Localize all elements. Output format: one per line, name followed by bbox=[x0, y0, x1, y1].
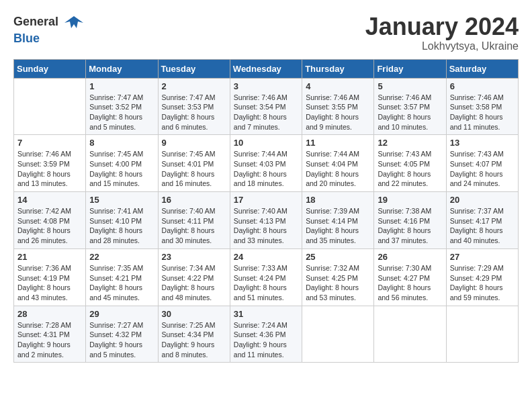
day-detail: Sunrise: 7:40 AMSunset: 4:11 PMDaylight:… bbox=[162, 206, 226, 246]
logo-blue-line: Blue bbox=[13, 32, 83, 46]
day-detail: Sunrise: 7:25 AMSunset: 4:34 PMDaylight:… bbox=[162, 320, 226, 360]
calendar-week-row: 1Sunrise: 7:47 AMSunset: 3:52 PMDaylight… bbox=[14, 78, 519, 135]
calendar-week-row: 28Sunrise: 7:28 AMSunset: 4:31 PMDayligh… bbox=[14, 306, 519, 363]
page-header: General Blue January 2024 Lokhvytsya, Uk… bbox=[13, 13, 519, 52]
day-number: 15 bbox=[89, 195, 154, 205]
day-detail: Sunrise: 7:45 AMSunset: 4:01 PMDaylight:… bbox=[162, 149, 226, 189]
weekday-header-sunday: Sunday bbox=[14, 59, 86, 78]
calendar-cell: 27Sunrise: 7:29 AMSunset: 4:29 PMDayligh… bbox=[446, 248, 518, 306]
day-number: 8 bbox=[89, 138, 154, 148]
weekday-header-monday: Monday bbox=[86, 59, 158, 78]
calendar-cell: 26Sunrise: 7:30 AMSunset: 4:27 PMDayligh… bbox=[374, 248, 446, 306]
day-detail: Sunrise: 7:46 AMSunset: 3:55 PMDaylight:… bbox=[306, 93, 370, 132]
day-number: 12 bbox=[378, 138, 442, 148]
day-number: 30 bbox=[162, 309, 226, 319]
calendar-table: SundayMondayTuesdayWednesdayThursdayFrid… bbox=[13, 59, 519, 363]
calendar-cell: 22Sunrise: 7:35 AMSunset: 4:21 PMDayligh… bbox=[86, 248, 158, 306]
day-detail: Sunrise: 7:27 AMSunset: 4:32 PMDaylight:… bbox=[89, 320, 154, 360]
calendar-cell: 20Sunrise: 7:37 AMSunset: 4:17 PMDayligh… bbox=[446, 192, 518, 249]
day-number: 17 bbox=[234, 195, 298, 205]
day-detail: Sunrise: 7:29 AMSunset: 4:29 PMDaylight:… bbox=[450, 263, 515, 303]
day-detail: Sunrise: 7:30 AMSunset: 4:27 PMDaylight:… bbox=[378, 263, 442, 303]
day-detail: Sunrise: 7:37 AMSunset: 4:17 PMDaylight:… bbox=[450, 206, 515, 246]
day-detail: Sunrise: 7:46 AMSunset: 3:59 PMDaylight:… bbox=[17, 149, 82, 189]
day-number: 3 bbox=[234, 81, 298, 91]
day-detail: Sunrise: 7:28 AMSunset: 4:31 PMDaylight:… bbox=[17, 320, 82, 360]
calendar-week-row: 7Sunrise: 7:46 AMSunset: 3:59 PMDaylight… bbox=[14, 135, 519, 192]
day-number: 9 bbox=[162, 138, 226, 148]
logo: General Blue bbox=[13, 13, 83, 46]
calendar-cell: 29Sunrise: 7:27 AMSunset: 4:32 PMDayligh… bbox=[86, 306, 158, 363]
logo-general: General bbox=[13, 15, 58, 28]
day-detail: Sunrise: 7:34 AMSunset: 4:22 PMDaylight:… bbox=[162, 263, 226, 303]
calendar-cell: 11Sunrise: 7:44 AMSunset: 4:04 PMDayligh… bbox=[302, 135, 374, 192]
calendar-cell: 15Sunrise: 7:41 AMSunset: 4:10 PMDayligh… bbox=[86, 192, 158, 249]
calendar-week-row: 21Sunrise: 7:36 AMSunset: 4:19 PMDayligh… bbox=[14, 248, 519, 306]
calendar-cell: 24Sunrise: 7:33 AMSunset: 4:24 PMDayligh… bbox=[230, 248, 302, 306]
calendar-cell: 10Sunrise: 7:44 AMSunset: 4:03 PMDayligh… bbox=[230, 135, 302, 192]
day-detail: Sunrise: 7:32 AMSunset: 4:25 PMDaylight:… bbox=[306, 263, 370, 303]
day-number: 21 bbox=[17, 252, 82, 262]
calendar-cell: 1Sunrise: 7:47 AMSunset: 3:52 PMDaylight… bbox=[86, 78, 158, 135]
day-number: 10 bbox=[234, 138, 298, 148]
day-detail: Sunrise: 7:40 AMSunset: 4:13 PMDaylight:… bbox=[234, 206, 298, 246]
day-detail: Sunrise: 7:46 AMSunset: 3:54 PMDaylight:… bbox=[234, 93, 298, 132]
day-detail: Sunrise: 7:35 AMSunset: 4:21 PMDaylight:… bbox=[89, 263, 154, 303]
day-detail: Sunrise: 7:36 AMSunset: 4:19 PMDaylight:… bbox=[17, 263, 82, 303]
calendar-cell: 3Sunrise: 7:46 AMSunset: 3:54 PMDaylight… bbox=[230, 78, 302, 135]
day-number: 19 bbox=[378, 195, 442, 205]
calendar-cell: 14Sunrise: 7:42 AMSunset: 4:08 PMDayligh… bbox=[14, 192, 86, 249]
calendar-cell: 2Sunrise: 7:47 AMSunset: 3:53 PMDaylight… bbox=[158, 78, 230, 135]
weekday-header-wednesday: Wednesday bbox=[230, 59, 302, 78]
weekday-header-tuesday: Tuesday bbox=[158, 59, 230, 78]
day-number: 24 bbox=[234, 252, 298, 262]
calendar-cell: 8Sunrise: 7:45 AMSunset: 4:00 PMDaylight… bbox=[86, 135, 158, 192]
day-detail: Sunrise: 7:45 AMSunset: 4:00 PMDaylight:… bbox=[89, 149, 154, 189]
logo-blue: Blue bbox=[13, 32, 40, 45]
weekday-header-row: SundayMondayTuesdayWednesdayThursdayFrid… bbox=[14, 59, 519, 78]
calendar-cell bbox=[302, 306, 374, 363]
calendar-cell: 6Sunrise: 7:46 AMSunset: 3:58 PMDaylight… bbox=[446, 78, 518, 135]
title-block: January 2024 Lokhvytsya, Ukraine bbox=[365, 13, 519, 52]
day-number: 22 bbox=[89, 252, 154, 262]
day-detail: Sunrise: 7:47 AMSunset: 3:53 PMDaylight:… bbox=[162, 93, 226, 132]
day-detail: Sunrise: 7:44 AMSunset: 4:04 PMDaylight:… bbox=[306, 149, 370, 189]
day-detail: Sunrise: 7:43 AMSunset: 4:05 PMDaylight:… bbox=[378, 149, 442, 189]
day-detail: Sunrise: 7:46 AMSunset: 3:57 PMDaylight:… bbox=[378, 93, 442, 132]
day-detail: Sunrise: 7:46 AMSunset: 3:58 PMDaylight:… bbox=[450, 93, 515, 132]
calendar-cell: 30Sunrise: 7:25 AMSunset: 4:34 PMDayligh… bbox=[158, 306, 230, 363]
calendar-cell: 12Sunrise: 7:43 AMSunset: 4:05 PMDayligh… bbox=[374, 135, 446, 192]
calendar-cell: 5Sunrise: 7:46 AMSunset: 3:57 PMDaylight… bbox=[374, 78, 446, 135]
day-detail: Sunrise: 7:42 AMSunset: 4:08 PMDaylight:… bbox=[17, 206, 82, 246]
calendar-cell: 16Sunrise: 7:40 AMSunset: 4:11 PMDayligh… bbox=[158, 192, 230, 249]
logo-bird-icon bbox=[64, 13, 83, 32]
day-detail: Sunrise: 7:38 AMSunset: 4:16 PMDaylight:… bbox=[378, 206, 442, 246]
day-number: 1 bbox=[89, 81, 154, 91]
day-number: 25 bbox=[306, 252, 370, 262]
calendar-week-row: 14Sunrise: 7:42 AMSunset: 4:08 PMDayligh… bbox=[14, 192, 519, 249]
day-detail: Sunrise: 7:43 AMSunset: 4:07 PMDaylight:… bbox=[450, 149, 515, 189]
day-number: 16 bbox=[162, 195, 226, 205]
calendar-cell: 18Sunrise: 7:39 AMSunset: 4:14 PMDayligh… bbox=[302, 192, 374, 249]
day-number: 4 bbox=[306, 81, 370, 91]
calendar-cell bbox=[446, 306, 518, 363]
day-number: 2 bbox=[162, 81, 226, 91]
day-number: 27 bbox=[450, 252, 515, 262]
day-detail: Sunrise: 7:41 AMSunset: 4:10 PMDaylight:… bbox=[89, 206, 154, 246]
day-number: 29 bbox=[89, 309, 154, 319]
calendar-cell: 25Sunrise: 7:32 AMSunset: 4:25 PMDayligh… bbox=[302, 248, 374, 306]
calendar-cell: 21Sunrise: 7:36 AMSunset: 4:19 PMDayligh… bbox=[14, 248, 86, 306]
day-number: 23 bbox=[162, 252, 226, 262]
day-number: 7 bbox=[17, 138, 82, 148]
calendar-cell: 19Sunrise: 7:38 AMSunset: 4:16 PMDayligh… bbox=[374, 192, 446, 249]
day-number: 20 bbox=[450, 195, 515, 205]
day-number: 6 bbox=[450, 81, 515, 91]
day-number: 31 bbox=[234, 309, 298, 319]
calendar-cell: 7Sunrise: 7:46 AMSunset: 3:59 PMDaylight… bbox=[14, 135, 86, 192]
calendar-cell bbox=[14, 78, 86, 135]
day-detail: Sunrise: 7:44 AMSunset: 4:03 PMDaylight:… bbox=[234, 149, 298, 189]
weekday-header-friday: Friday bbox=[374, 59, 446, 78]
calendar-cell: 17Sunrise: 7:40 AMSunset: 4:13 PMDayligh… bbox=[230, 192, 302, 249]
day-number: 18 bbox=[306, 195, 370, 205]
calendar-cell: 23Sunrise: 7:34 AMSunset: 4:22 PMDayligh… bbox=[158, 248, 230, 306]
